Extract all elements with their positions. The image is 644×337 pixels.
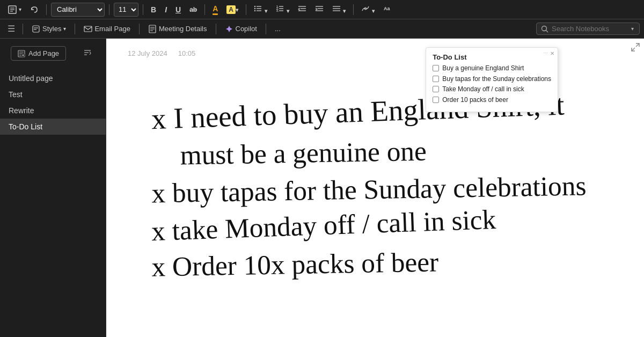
todo-card-close-btn[interactable]: ✕: [549, 50, 555, 57]
expand-btn[interactable]: [631, 43, 640, 53]
handwriting-svg: x I need to buy an England Shirt, it mus…: [106, 39, 644, 337]
ink-to-text-icon: Aa: [383, 4, 392, 13]
indent-less-icon: [298, 4, 306, 13]
add-page-icon: [18, 50, 25, 57]
email-page-btn[interactable]: Email Page: [79, 23, 134, 35]
more-btn[interactable]: ...: [270, 23, 285, 35]
email-page-label: Email Page: [94, 25, 130, 33]
meeting-details-label: Meeting Details: [159, 25, 207, 33]
sidebar-page-list: Untitled page Test Rewrite To-Do List: [0, 68, 106, 337]
toolbar-sep-8: [75, 24, 75, 34]
new-notebook-btn[interactable]: ▾: [4, 3, 25, 17]
email-icon: [84, 25, 92, 33]
expand-icon: [631, 43, 640, 52]
todo-item-2: Take Monday off / call in sick: [433, 85, 551, 94]
svg-text:3.: 3.: [276, 9, 279, 12]
numbered-list-icon: 1. 2. 3.: [276, 4, 284, 13]
svg-line-52: [636, 43, 639, 47]
search-bar: ▾: [536, 23, 640, 35]
ink-tools-icon: [361, 4, 370, 13]
highlight-btn[interactable]: A▾: [223, 4, 241, 15]
svg-point-35: [542, 26, 547, 31]
meeting-details-icon: [148, 25, 157, 33]
svg-text:must be a genuine one: must be a genuine one: [180, 136, 427, 171]
meeting-details-btn[interactable]: Meeting Details: [144, 23, 211, 35]
toolbar-sep-11: [266, 24, 266, 34]
sidebar-page-test[interactable]: Test: [0, 86, 106, 102]
copilot-label: Copilot: [236, 25, 257, 33]
font-size-select[interactable]: 11: [114, 3, 138, 17]
todo-item-text-0: Buy a genuine England Shirt: [442, 64, 524, 73]
main-area: Add Page Untitled page Test Rewrite To-D…: [0, 39, 644, 337]
ink-tools-btn[interactable]: ▾: [358, 3, 378, 16]
todo-checkbox-2[interactable]: [433, 86, 439, 92]
svg-rect-30: [84, 26, 92, 32]
svg-line-36: [546, 30, 548, 32]
align-icon: [332, 4, 341, 13]
toolbar-sep-6: [353, 4, 354, 15]
styles-dropdown-icon: ▾: [63, 26, 66, 32]
numbered-list-btn[interactable]: 1. 2. 3. ▾: [273, 3, 292, 16]
notebook-icon: [8, 5, 17, 14]
search-input[interactable]: [552, 25, 627, 33]
ink-to-text-btn[interactable]: Aa: [380, 3, 395, 16]
svg-point-8: [254, 10, 255, 11]
svg-text:x Order 10x packs of beer: x Order 10x packs of beer: [151, 246, 439, 282]
toolbar-sep-1: [46, 4, 47, 15]
todo-item-1: Buy tapas for the Sunday celebrations: [433, 75, 551, 84]
underline-btn[interactable]: U: [172, 4, 184, 16]
font-family-select[interactable]: Calibri: [51, 3, 105, 17]
todo-item-text-2: Take Monday off / call in sick: [442, 85, 524, 94]
copilot-icon: [225, 25, 233, 33]
toolbar-sep-10: [216, 24, 216, 34]
toolbar-sep-4: [204, 4, 205, 15]
sidebar-page-todo[interactable]: To-Do List: [0, 119, 106, 135]
styles-label: Styles: [42, 25, 61, 33]
svg-text:x take Monday off / call in si: x take Monday off / call in sick: [151, 204, 496, 246]
toolbar-sep-7: [23, 24, 23, 34]
svg-point-4: [254, 6, 255, 7]
indent-less-btn[interactable]: [295, 3, 310, 16]
sort-btn[interactable]: [78, 46, 97, 61]
styles-btn[interactable]: Styles ▾: [27, 23, 70, 35]
todo-checkbox-3[interactable]: [433, 97, 439, 103]
bold-btn[interactable]: B: [148, 4, 159, 16]
align-btn[interactable]: ▾: [329, 3, 349, 16]
undo-icon: [30, 5, 39, 14]
todo-item-text-1: Buy tapas for the Sunday celebrations: [442, 75, 551, 84]
indent-more-icon: [315, 4, 324, 13]
font-color-btn[interactable]: A: [209, 3, 221, 17]
dropdown-icon: ▾: [19, 6, 21, 12]
todo-card-title: To-Do List: [433, 53, 551, 61]
more-icon: ...: [275, 25, 281, 33]
svg-point-6: [254, 8, 255, 9]
page-time: 10:05: [178, 49, 196, 57]
toolbar-second: ☰ Styles ▾ Email Page Meeting Details: [0, 19, 644, 39]
sidebar: Add Page Untitled page Test Rewrite To-D…: [0, 39, 106, 337]
italic-btn[interactable]: I: [162, 4, 170, 16]
page-date: 12 July 2024: [128, 49, 167, 57]
strikethrough-btn[interactable]: ab: [186, 4, 200, 15]
toolbar-top: ▾ Calibri 11 B I U ab A A▾ ▾: [0, 0, 644, 19]
svg-text:Aa: Aa: [384, 6, 390, 11]
todo-checkbox-0[interactable]: [433, 65, 439, 71]
bullet-list-btn[interactable]: ▾: [251, 3, 270, 16]
indent-more-btn[interactable]: [312, 3, 327, 16]
sidebar-page-untitled[interactable]: Untitled page: [0, 70, 106, 86]
page-header: 12 July 2024 10:05: [117, 44, 206, 57]
undo-btn[interactable]: [27, 3, 42, 16]
search-dropdown-btn[interactable]: ▾: [630, 26, 635, 32]
bullet-list-icon: [254, 4, 262, 13]
expand-sidebar-icon: ☰: [8, 24, 15, 34]
todo-item-text-3: Order 10 packs of beer: [442, 96, 508, 105]
content-area: 12 July 2024 10:05 x I need to buy an En…: [106, 39, 644, 337]
add-page-btn[interactable]: Add Page: [11, 46, 66, 61]
svg-line-53: [632, 48, 635, 51]
todo-card-drag-icon: ···: [544, 50, 548, 57]
expand-sidebar-btn[interactable]: ☰: [4, 21, 18, 36]
todo-item-0: Buy a genuine England Shirt: [433, 64, 551, 73]
todo-checkbox-1[interactable]: [433, 76, 439, 82]
toolbar-sep-2: [109, 4, 109, 15]
sidebar-page-rewrite[interactable]: Rewrite: [0, 102, 106, 119]
copilot-btn[interactable]: Copilot: [221, 23, 261, 35]
